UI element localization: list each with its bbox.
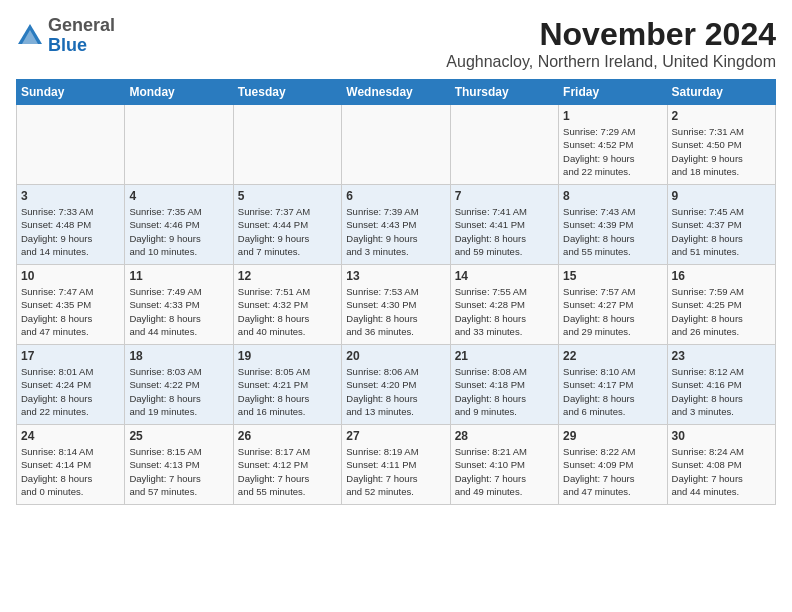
day-info: Sunrise: 8:22 AM Sunset: 4:09 PM Dayligh… [563,445,662,498]
day-cell: 3Sunrise: 7:33 AM Sunset: 4:48 PM Daylig… [17,185,125,265]
day-number: 21 [455,349,554,363]
header-row: SundayMondayTuesdayWednesdayThursdayFrid… [17,80,776,105]
day-info: Sunrise: 8:06 AM Sunset: 4:20 PM Dayligh… [346,365,445,418]
day-cell: 19Sunrise: 8:05 AM Sunset: 4:21 PM Dayli… [233,345,341,425]
day-cell: 8Sunrise: 7:43 AM Sunset: 4:39 PM Daylig… [559,185,667,265]
day-cell: 13Sunrise: 7:53 AM Sunset: 4:30 PM Dayli… [342,265,450,345]
day-number: 2 [672,109,771,123]
day-info: Sunrise: 8:05 AM Sunset: 4:21 PM Dayligh… [238,365,337,418]
day-cell: 1Sunrise: 7:29 AM Sunset: 4:52 PM Daylig… [559,105,667,185]
day-cell: 24Sunrise: 8:14 AM Sunset: 4:14 PM Dayli… [17,425,125,505]
week-row-3: 10Sunrise: 7:47 AM Sunset: 4:35 PM Dayli… [17,265,776,345]
day-cell: 21Sunrise: 8:08 AM Sunset: 4:18 PM Dayli… [450,345,558,425]
day-info: Sunrise: 7:35 AM Sunset: 4:46 PM Dayligh… [129,205,228,258]
day-cell: 27Sunrise: 8:19 AM Sunset: 4:11 PM Dayli… [342,425,450,505]
location: Aughnacloy, Northern Ireland, United Kin… [446,53,776,71]
week-row-1: 1Sunrise: 7:29 AM Sunset: 4:52 PM Daylig… [17,105,776,185]
day-info: Sunrise: 7:55 AM Sunset: 4:28 PM Dayligh… [455,285,554,338]
day-number: 7 [455,189,554,203]
day-number: 14 [455,269,554,283]
logo-text: General Blue [48,16,115,56]
day-info: Sunrise: 7:59 AM Sunset: 4:25 PM Dayligh… [672,285,771,338]
day-number: 11 [129,269,228,283]
column-header-wednesday: Wednesday [342,80,450,105]
day-cell [450,105,558,185]
day-cell: 28Sunrise: 8:21 AM Sunset: 4:10 PM Dayli… [450,425,558,505]
day-cell: 17Sunrise: 8:01 AM Sunset: 4:24 PM Dayli… [17,345,125,425]
column-header-saturday: Saturday [667,80,775,105]
page-header: General Blue November 2024 Aughnacloy, N… [16,16,776,71]
day-cell [125,105,233,185]
day-number: 6 [346,189,445,203]
day-cell [342,105,450,185]
day-info: Sunrise: 8:10 AM Sunset: 4:17 PM Dayligh… [563,365,662,418]
day-number: 29 [563,429,662,443]
day-info: Sunrise: 7:57 AM Sunset: 4:27 PM Dayligh… [563,285,662,338]
day-number: 8 [563,189,662,203]
day-number: 20 [346,349,445,363]
day-info: Sunrise: 8:14 AM Sunset: 4:14 PM Dayligh… [21,445,120,498]
logo-blue: Blue [48,35,87,55]
logo-icon [16,22,44,50]
day-cell: 20Sunrise: 8:06 AM Sunset: 4:20 PM Dayli… [342,345,450,425]
column-header-monday: Monday [125,80,233,105]
day-number: 26 [238,429,337,443]
day-number: 4 [129,189,228,203]
day-cell: 7Sunrise: 7:41 AM Sunset: 4:41 PM Daylig… [450,185,558,265]
day-info: Sunrise: 7:31 AM Sunset: 4:50 PM Dayligh… [672,125,771,178]
column-header-friday: Friday [559,80,667,105]
week-row-4: 17Sunrise: 8:01 AM Sunset: 4:24 PM Dayli… [17,345,776,425]
day-info: Sunrise: 7:51 AM Sunset: 4:32 PM Dayligh… [238,285,337,338]
day-info: Sunrise: 7:33 AM Sunset: 4:48 PM Dayligh… [21,205,120,258]
week-row-2: 3Sunrise: 7:33 AM Sunset: 4:48 PM Daylig… [17,185,776,265]
day-number: 17 [21,349,120,363]
day-cell: 15Sunrise: 7:57 AM Sunset: 4:27 PM Dayli… [559,265,667,345]
day-cell: 10Sunrise: 7:47 AM Sunset: 4:35 PM Dayli… [17,265,125,345]
day-info: Sunrise: 8:19 AM Sunset: 4:11 PM Dayligh… [346,445,445,498]
logo: General Blue [16,16,115,56]
day-info: Sunrise: 7:37 AM Sunset: 4:44 PM Dayligh… [238,205,337,258]
column-header-sunday: Sunday [17,80,125,105]
day-number: 28 [455,429,554,443]
day-cell: 29Sunrise: 8:22 AM Sunset: 4:09 PM Dayli… [559,425,667,505]
day-number: 10 [21,269,120,283]
day-info: Sunrise: 8:12 AM Sunset: 4:16 PM Dayligh… [672,365,771,418]
day-cell: 9Sunrise: 7:45 AM Sunset: 4:37 PM Daylig… [667,185,775,265]
day-cell: 16Sunrise: 7:59 AM Sunset: 4:25 PM Dayli… [667,265,775,345]
day-cell: 11Sunrise: 7:49 AM Sunset: 4:33 PM Dayli… [125,265,233,345]
day-info: Sunrise: 7:47 AM Sunset: 4:35 PM Dayligh… [21,285,120,338]
day-info: Sunrise: 8:03 AM Sunset: 4:22 PM Dayligh… [129,365,228,418]
day-cell: 18Sunrise: 8:03 AM Sunset: 4:22 PM Dayli… [125,345,233,425]
day-cell [233,105,341,185]
day-number: 16 [672,269,771,283]
day-info: Sunrise: 8:21 AM Sunset: 4:10 PM Dayligh… [455,445,554,498]
day-info: Sunrise: 7:39 AM Sunset: 4:43 PM Dayligh… [346,205,445,258]
day-cell: 2Sunrise: 7:31 AM Sunset: 4:50 PM Daylig… [667,105,775,185]
day-info: Sunrise: 7:41 AM Sunset: 4:41 PM Dayligh… [455,205,554,258]
day-cell: 12Sunrise: 7:51 AM Sunset: 4:32 PM Dayli… [233,265,341,345]
day-number: 25 [129,429,228,443]
day-number: 1 [563,109,662,123]
day-info: Sunrise: 7:43 AM Sunset: 4:39 PM Dayligh… [563,205,662,258]
day-number: 23 [672,349,771,363]
day-cell: 14Sunrise: 7:55 AM Sunset: 4:28 PM Dayli… [450,265,558,345]
day-info: Sunrise: 8:15 AM Sunset: 4:13 PM Dayligh… [129,445,228,498]
column-header-tuesday: Tuesday [233,80,341,105]
title-block: November 2024 Aughnacloy, Northern Irela… [446,16,776,71]
day-cell: 30Sunrise: 8:24 AM Sunset: 4:08 PM Dayli… [667,425,775,505]
day-number: 19 [238,349,337,363]
day-number: 27 [346,429,445,443]
day-number: 15 [563,269,662,283]
day-cell: 23Sunrise: 8:12 AM Sunset: 4:16 PM Dayli… [667,345,775,425]
day-cell: 26Sunrise: 8:17 AM Sunset: 4:12 PM Dayli… [233,425,341,505]
day-cell: 5Sunrise: 7:37 AM Sunset: 4:44 PM Daylig… [233,185,341,265]
day-number: 13 [346,269,445,283]
day-info: Sunrise: 7:49 AM Sunset: 4:33 PM Dayligh… [129,285,228,338]
day-cell: 22Sunrise: 8:10 AM Sunset: 4:17 PM Dayli… [559,345,667,425]
month-title: November 2024 [446,16,776,53]
day-info: Sunrise: 7:45 AM Sunset: 4:37 PM Dayligh… [672,205,771,258]
day-cell: 6Sunrise: 7:39 AM Sunset: 4:43 PM Daylig… [342,185,450,265]
column-header-thursday: Thursday [450,80,558,105]
day-info: Sunrise: 8:17 AM Sunset: 4:12 PM Dayligh… [238,445,337,498]
day-info: Sunrise: 7:53 AM Sunset: 4:30 PM Dayligh… [346,285,445,338]
